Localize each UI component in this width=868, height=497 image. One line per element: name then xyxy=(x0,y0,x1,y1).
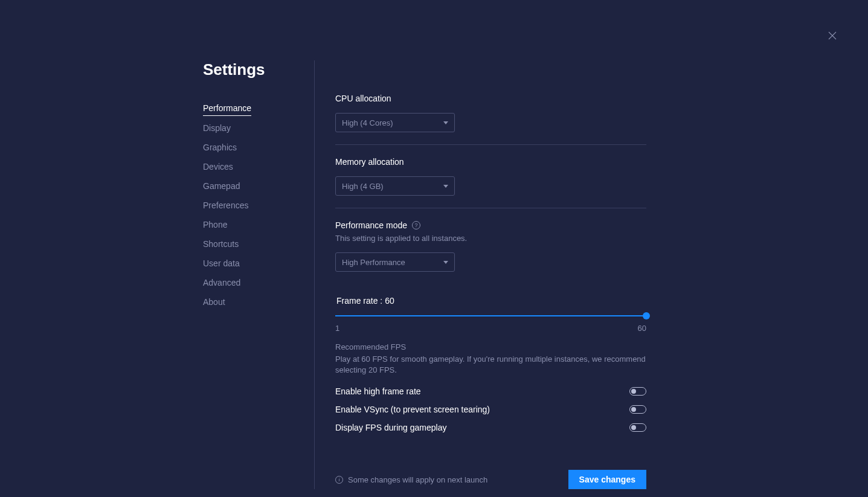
sidebar-item-label: Phone xyxy=(203,220,227,229)
settings-main: CPU allocation High (4 Cores) Memory all… xyxy=(314,60,646,489)
sidebar-item-advanced[interactable]: Advanced xyxy=(203,278,240,290)
footer-note-text: Some changes will apply on next launch xyxy=(348,475,487,484)
sidebar-item-about[interactable]: About xyxy=(203,297,225,309)
chevron-down-icon xyxy=(443,121,448,124)
sidebar-item-user-data[interactable]: User data xyxy=(203,258,240,271)
performance-mode-dropdown[interactable]: High Performance xyxy=(335,252,455,272)
toggle-row-high-fps: Enable high frame rate xyxy=(335,386,646,396)
slider-thumb[interactable] xyxy=(643,312,650,319)
chevron-down-icon xyxy=(443,185,448,188)
footer-note: i Some changes will apply on next launch xyxy=(335,475,487,484)
close-button[interactable] xyxy=(827,30,838,41)
sidebar-item-label: User data xyxy=(203,258,240,268)
page-title: Settings xyxy=(203,60,314,79)
sidebar-item-gamepad[interactable]: Gamepad xyxy=(203,181,240,193)
dropdown-value: High (4 Cores) xyxy=(342,118,393,127)
dropdown-value: High (4 GB) xyxy=(342,182,384,191)
chevron-down-icon xyxy=(443,261,448,264)
sidebar-item-performance[interactable]: Performance xyxy=(203,103,251,116)
sidebar-item-label: Display xyxy=(203,123,231,133)
memory-allocation-section: Memory allocation High (4 GB) xyxy=(335,157,646,208)
cpu-allocation-label: CPU allocation xyxy=(335,94,646,103)
slider-min: 1 xyxy=(335,324,339,333)
sidebar-item-display[interactable]: Display xyxy=(203,123,231,135)
frame-rate-label: Frame rate : 60 xyxy=(336,296,646,306)
cpu-allocation-section: CPU allocation High (4 Cores) xyxy=(335,94,646,145)
sidebar-item-label: Devices xyxy=(203,162,233,172)
frame-rate-section: Frame rate : 60 1 60 Recommended FPS Pla… xyxy=(335,296,646,453)
slider-max: 60 xyxy=(638,324,646,333)
slider-range-labels: 1 60 xyxy=(335,324,646,333)
sidebar-item-label: Gamepad xyxy=(203,181,240,191)
sidebar-item-label: About xyxy=(203,297,225,307)
sidebar-item-shortcuts[interactable]: Shortcuts xyxy=(203,239,239,251)
dropdown-value: High Performance xyxy=(342,258,405,267)
performance-mode-note: This setting is applied to all instances… xyxy=(335,234,646,243)
info-icon: i xyxy=(335,476,343,484)
frame-rate-slider[interactable] xyxy=(335,312,646,320)
cpu-allocation-dropdown[interactable]: High (4 Cores) xyxy=(335,113,455,132)
toggle-row-show-fps: Display FPS during gameplay xyxy=(335,423,646,432)
sidebar-item-preferences[interactable]: Preferences xyxy=(203,200,248,213)
sidebar-item-label: Advanced xyxy=(203,278,240,287)
toggle-label: Display FPS during gameplay xyxy=(335,423,446,432)
recommended-fps-title: Recommended FPS xyxy=(335,342,646,351)
frame-rate-label-prefix: Frame rate : xyxy=(336,296,385,306)
performance-mode-label: Performance mode ? xyxy=(335,220,646,230)
settings-sidebar: Performance Display Graphics Devices Gam… xyxy=(203,103,314,309)
performance-mode-section: Performance mode ? This setting is appli… xyxy=(335,220,646,284)
save-changes-button[interactable]: Save changes xyxy=(568,470,646,489)
toggle-label: Enable VSync (to prevent screen tearing) xyxy=(335,405,490,414)
performance-mode-label-text: Performance mode xyxy=(335,220,407,230)
sidebar-item-graphics[interactable]: Graphics xyxy=(203,143,237,155)
help-icon[interactable]: ? xyxy=(412,221,420,229)
sidebar-item-devices[interactable]: Devices xyxy=(203,162,233,174)
recommended-fps-body: Play at 60 FPS for smooth gameplay. If y… xyxy=(335,354,646,376)
sidebar-item-label: Preferences xyxy=(203,200,248,210)
settings-footer: i Some changes will apply on next launch… xyxy=(335,470,646,489)
toggle-show-fps[interactable] xyxy=(629,423,646,432)
sidebar-item-phone[interactable]: Phone xyxy=(203,220,227,232)
toggle-vsync[interactable] xyxy=(629,405,646,414)
sidebar-item-label: Graphics xyxy=(203,143,237,152)
toggle-high-fps[interactable] xyxy=(629,387,646,396)
memory-allocation-label: Memory allocation xyxy=(335,157,646,167)
memory-allocation-dropdown[interactable]: High (4 GB) xyxy=(335,176,455,196)
toggle-label: Enable high frame rate xyxy=(335,386,421,396)
toggle-row-vsync: Enable VSync (to prevent screen tearing) xyxy=(335,405,646,414)
sidebar-item-label: Shortcuts xyxy=(203,239,239,249)
frame-rate-value: 60 xyxy=(385,296,394,306)
slider-track xyxy=(335,315,646,316)
sidebar-item-label: Performance xyxy=(203,103,251,113)
